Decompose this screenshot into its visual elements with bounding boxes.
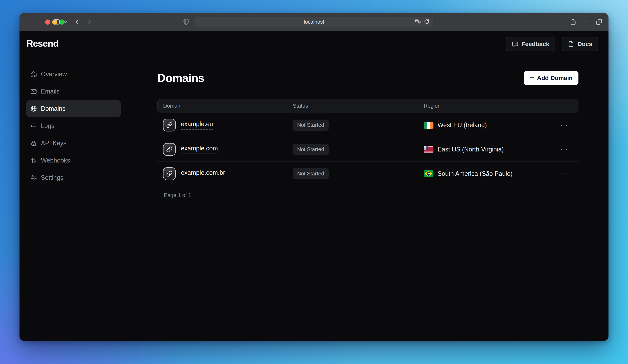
table-row: example.com Not Started East US (North V… bbox=[157, 137, 578, 162]
add-domain-label: Add Domain bbox=[537, 74, 573, 81]
share-icon[interactable] bbox=[569, 18, 577, 26]
translate-icon[interactable]: A 文 bbox=[415, 18, 421, 25]
sidebar-item-emails[interactable]: Emails bbox=[26, 83, 121, 100]
status-badge: Not Started bbox=[293, 144, 329, 155]
domain-link-icon[interactable] bbox=[163, 143, 176, 156]
app-root: Resend Overview Em bbox=[19, 31, 609, 341]
sidebar-item-label: Webhooks bbox=[41, 157, 70, 164]
chevron-down-icon[interactable] bbox=[64, 20, 68, 24]
logs-icon bbox=[30, 122, 37, 129]
forward-button[interactable] bbox=[86, 19, 93, 25]
row-actions-button[interactable]: ⋯ bbox=[550, 170, 578, 177]
row-actions-button[interactable]: ⋯ bbox=[550, 146, 578, 153]
url-text: localhost bbox=[304, 19, 324, 25]
sidebar-item-domains[interactable]: Domains bbox=[26, 100, 121, 117]
sidebar-item-label: Logs bbox=[41, 122, 54, 129]
feedback-bubble-icon bbox=[512, 41, 518, 47]
docs-button[interactable]: Docs bbox=[562, 37, 598, 51]
close-window-button[interactable] bbox=[45, 19, 50, 25]
usa-flag-icon bbox=[424, 146, 433, 153]
column-header-status: Status bbox=[287, 99, 418, 113]
address-bar[interactable]: localhost A 文 bbox=[195, 17, 433, 27]
sidebar-item-label: Settings bbox=[41, 174, 63, 181]
sidebar-toggle-icon[interactable] bbox=[53, 18, 61, 26]
sidebar-item-overview[interactable]: Overview bbox=[26, 65, 121, 83]
main-area: Feedback Docs Domains + bbox=[127, 31, 609, 341]
region-label: South America (São Paulo) bbox=[438, 170, 513, 177]
sidebar: Resend Overview Em bbox=[19, 31, 127, 341]
browser-toolbar: localhost A 文 bbox=[19, 13, 609, 31]
sidebar-item-logs[interactable]: Logs bbox=[26, 117, 121, 134]
status-badge: Not Started bbox=[293, 120, 329, 131]
column-header-domain: Domain bbox=[157, 99, 287, 113]
sidebar-item-webhooks[interactable]: Webhooks bbox=[26, 152, 121, 169]
plus-icon: + bbox=[530, 74, 534, 81]
sidebar-nav: Overview Emails bbox=[26, 65, 121, 186]
svg-text:A: A bbox=[416, 20, 418, 22]
table-row: example.eu Not Started West EU (Ireland)… bbox=[157, 113, 578, 137]
page-title: Domains bbox=[157, 71, 204, 85]
sidebar-item-label: API Keys bbox=[41, 140, 67, 147]
arrows-up-down-icon bbox=[30, 157, 37, 164]
reload-icon[interactable] bbox=[424, 18, 430, 25]
feedback-label: Feedback bbox=[522, 41, 549, 48]
sidebar-item-label: Emails bbox=[41, 88, 60, 95]
privacy-shield-icon[interactable] bbox=[182, 18, 190, 26]
document-icon bbox=[568, 41, 574, 47]
docs-label: Docs bbox=[577, 41, 592, 48]
back-button[interactable] bbox=[74, 19, 80, 25]
domain-link[interactable]: example.eu bbox=[181, 121, 213, 130]
domain-link[interactable]: example.com.br bbox=[181, 169, 225, 178]
mail-icon bbox=[30, 88, 37, 95]
region-label: East US (North Virginia) bbox=[438, 146, 504, 153]
domain-link-icon[interactable] bbox=[163, 119, 176, 131]
domain-link[interactable]: example.com bbox=[181, 145, 218, 154]
brazil-flag-icon bbox=[424, 170, 433, 177]
table-header: Domain Status Region bbox=[157, 99, 578, 113]
top-header: Feedback Docs bbox=[127, 31, 609, 57]
page-content: Domains + Add Domain Domain Status Regio… bbox=[127, 57, 609, 341]
sliders-icon bbox=[30, 174, 37, 181]
pagination-status: Page 1 of 1 bbox=[157, 192, 578, 199]
sidebar-item-label: Overview bbox=[41, 70, 67, 78]
sidebar-item-api-keys[interactable]: API Keys bbox=[26, 134, 121, 152]
tab-overview-icon[interactable] bbox=[595, 18, 603, 26]
globe-icon bbox=[30, 105, 37, 112]
new-tab-icon[interactable] bbox=[583, 18, 590, 25]
table-row: example.com.br Not Started South America… bbox=[157, 162, 578, 186]
region-label: West EU (Ireland) bbox=[438, 121, 487, 129]
lock-icon bbox=[30, 140, 37, 147]
domain-link-icon[interactable] bbox=[163, 167, 176, 180]
sidebar-item-settings[interactable]: Settings bbox=[26, 169, 121, 186]
svg-text:文: 文 bbox=[419, 21, 420, 23]
resend-logo: Resend bbox=[26, 38, 121, 49]
home-icon bbox=[30, 71, 37, 78]
row-actions-button[interactable]: ⋯ bbox=[550, 121, 578, 128]
ireland-flag-icon bbox=[424, 121, 433, 129]
feedback-button[interactable]: Feedback bbox=[506, 37, 555, 51]
browser-window: localhost A 文 bbox=[19, 13, 609, 341]
sidebar-item-label: Domains bbox=[41, 105, 66, 112]
column-header-actions bbox=[550, 99, 578, 113]
add-domain-button[interactable]: + Add Domain bbox=[524, 71, 578, 85]
column-header-region: Region bbox=[418, 99, 550, 113]
status-badge: Not Started bbox=[293, 168, 329, 179]
